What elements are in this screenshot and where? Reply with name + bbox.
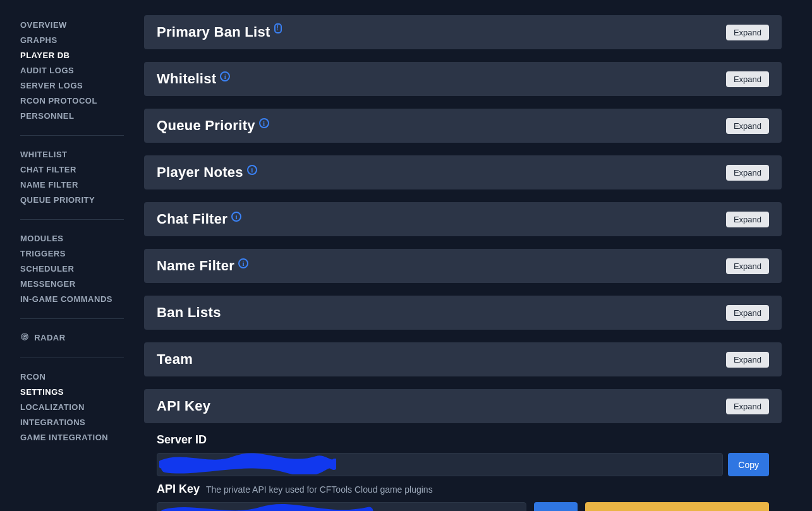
- panel-title: Queue Priority i: [157, 117, 269, 134]
- panel-title-text: Name Filter: [157, 258, 234, 274]
- panel-title-text: Player Notes: [157, 164, 243, 181]
- server-id-row: Copy: [157, 453, 769, 476]
- panel-primary-ban-list: Primary Ban List ! Expand: [144, 15, 782, 49]
- sidebar-group-5: RCON SETTINGS LOCALIZATION INTEGRATIONS …: [0, 367, 144, 448]
- sidebar-item-label: SETTINGS: [20, 387, 64, 397]
- server-id-block: Server ID Copy: [144, 433, 782, 478]
- panel-chat-filter: Chat Filter i Expand: [144, 202, 782, 236]
- sidebar-item-modules[interactable]: MODULES: [0, 231, 144, 246]
- radar-icon: [20, 332, 29, 345]
- sidebar-item-graphs[interactable]: GRAPHS: [0, 33, 144, 48]
- sidebar-item-label: RCON PROTOCOL: [20, 96, 97, 105]
- info-icon: i: [220, 71, 230, 81]
- panel-title: Player Notes i: [157, 164, 257, 181]
- api-key-input[interactable]: [157, 502, 526, 511]
- sidebar-item-label: CHAT FILTER: [20, 165, 76, 174]
- sidebar-item-overview[interactable]: OVERVIEW: [0, 18, 144, 33]
- panel-queue-priority: Queue Priority i Expand: [144, 109, 782, 143]
- expand-button[interactable]: Expand: [726, 118, 769, 134]
- panel-title: Name Filter i: [157, 258, 248, 274]
- panel-team: Team Expand: [144, 342, 782, 376]
- api-key-row: Copy Re-generate: [157, 502, 769, 511]
- sidebar-item-triggers[interactable]: TRIGGERS: [0, 246, 144, 262]
- expand-button[interactable]: Expand: [726, 399, 769, 414]
- sidebar-item-label: GAME INTEGRATION: [20, 433, 108, 442]
- sidebar-item-label: INTEGRATIONS: [20, 418, 85, 427]
- sidebar-group-1: OVERVIEW GRAPHS PLAYER DB AUDIT LOGS SER…: [0, 15, 144, 126]
- sidebar-item-player-db[interactable]: PLAYER DB: [0, 48, 144, 63]
- sidebar-item-label: AUDIT LOGS: [20, 66, 74, 75]
- panel-title: Chat Filter i: [157, 211, 241, 227]
- sidebar-item-label: MESSENGER: [20, 279, 76, 289]
- sidebar-item-radar[interactable]: RADAR: [0, 330, 144, 346]
- sidebar-item-whitelist[interactable]: WHITELIST: [0, 147, 144, 162]
- sidebar-divider: [20, 219, 124, 220]
- sidebar-item-personnel[interactable]: PERSONNEL: [0, 109, 144, 124]
- sidebar: OVERVIEW GRAPHS PLAYER DB AUDIT LOGS SER…: [0, 0, 144, 511]
- sidebar-item-game-integration[interactable]: GAME INTEGRATION: [0, 430, 144, 445]
- expand-button[interactable]: Expand: [726, 352, 769, 368]
- sidebar-item-rcon-protocol[interactable]: RCON PROTOCOL: [0, 93, 144, 109]
- copy-server-id-button[interactable]: Copy: [728, 453, 769, 476]
- sidebar-divider: [20, 318, 124, 319]
- expand-button[interactable]: Expand: [726, 165, 769, 181]
- info-icon: i: [231, 212, 241, 222]
- panel-whitelist: Whitelist i Expand: [144, 62, 782, 96]
- expand-button[interactable]: Expand: [726, 305, 769, 321]
- sidebar-item-label: TRIGGERS: [20, 249, 66, 258]
- sidebar-item-label: IN-GAME COMMANDS: [20, 294, 112, 304]
- panel-api-key: API Key Expand: [144, 389, 782, 423]
- sidebar-item-queue-priority[interactable]: QUEUE PRIORITY: [0, 193, 144, 208]
- sidebar-item-label: RCON: [20, 372, 45, 382]
- panel-ban-lists: Ban Lists Expand: [144, 296, 782, 330]
- info-icon: i: [238, 258, 248, 268]
- sidebar-item-audit-logs[interactable]: AUDIT LOGS: [0, 63, 144, 78]
- sidebar-item-integrations[interactable]: INTEGRATIONS: [0, 415, 144, 430]
- panel-title: Whitelist i: [157, 71, 230, 87]
- api-key-label: API Key: [157, 483, 200, 495]
- alert-icon: !: [274, 23, 282, 33]
- panel-title-text: Whitelist: [157, 71, 216, 87]
- sidebar-item-label: SERVER LOGS: [20, 81, 83, 90]
- panel-player-notes: Player Notes i Expand: [144, 155, 782, 189]
- copy-api-key-button[interactable]: Copy: [534, 502, 578, 511]
- expand-button[interactable]: Expand: [726, 212, 769, 227]
- sidebar-item-in-game-commands[interactable]: IN-GAME COMMANDS: [0, 292, 144, 307]
- panel-title: Team: [157, 351, 193, 368]
- panel-api-key-body: Server ID Copy API Key The private API k…: [144, 433, 782, 511]
- sidebar-item-server-logs[interactable]: SERVER LOGS: [0, 78, 144, 93]
- regenerate-button[interactable]: Re-generate: [585, 502, 769, 511]
- api-key-block: API Key The private API key used for CFT…: [144, 483, 782, 511]
- expand-button[interactable]: Expand: [726, 25, 769, 40]
- panel-name-filter: Name Filter i Expand: [144, 249, 782, 283]
- main-content: Primary Ban List ! Expand Whitelist i Ex…: [144, 15, 782, 511]
- sidebar-item-label: RADAR: [34, 333, 65, 342]
- sidebar-group-4: RADAR: [0, 328, 144, 349]
- panel-title: Primary Ban List !: [157, 24, 282, 40]
- panel-title-text: Queue Priority: [157, 117, 255, 134]
- sidebar-group-2: WHITELIST CHAT FILTER NAME FILTER QUEUE …: [0, 145, 144, 210]
- sidebar-item-label: QUEUE PRIORITY: [20, 195, 95, 205]
- sidebar-item-messenger[interactable]: MESSENGER: [0, 277, 144, 292]
- sidebar-item-rcon[interactable]: RCON: [0, 370, 144, 385]
- sidebar-item-label: SCHEDULER: [20, 264, 74, 274]
- sidebar-item-settings[interactable]: SETTINGS: [0, 385, 144, 400]
- sidebar-item-localization[interactable]: LOCALIZATION: [0, 400, 144, 415]
- sidebar-item-name-filter[interactable]: NAME FILTER: [0, 177, 144, 193]
- panel-title-text: Ban Lists: [157, 304, 221, 321]
- sidebar-item-label: OVERVIEW: [20, 20, 67, 30]
- sidebar-item-label: MODULES: [20, 234, 64, 243]
- panel-title-text: API Key: [157, 398, 210, 414]
- sidebar-item-label: LOCALIZATION: [20, 402, 85, 412]
- sidebar-item-label: GRAPHS: [20, 35, 58, 45]
- expand-button[interactable]: Expand: [726, 71, 769, 87]
- sidebar-item-chat-filter[interactable]: CHAT FILTER: [0, 162, 144, 177]
- sidebar-group-3: MODULES TRIGGERS SCHEDULER MESSENGER IN-…: [0, 229, 144, 310]
- expand-button[interactable]: Expand: [726, 258, 769, 274]
- panel-title: API Key: [157, 398, 210, 414]
- panel-title: Ban Lists: [157, 304, 221, 321]
- sidebar-item-scheduler[interactable]: SCHEDULER: [0, 262, 144, 277]
- server-id-input[interactable]: [157, 453, 723, 476]
- panel-title-text: Team: [157, 351, 193, 368]
- sidebar-item-label: WHITELIST: [20, 150, 68, 159]
